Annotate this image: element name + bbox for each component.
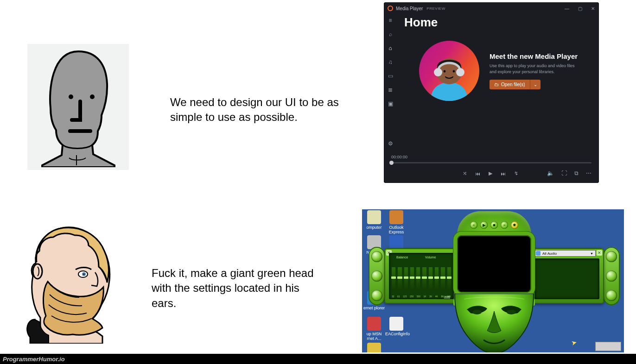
close-button[interactable]: ✕ [591, 6, 595, 11]
search-icon[interactable]: ⌕ [387, 31, 394, 38]
hero-text: Meet the new Media Player Use this app t… [490, 52, 578, 89]
speaker-left [369, 247, 385, 305]
next-icon[interactable]: ⏭ [501, 171, 506, 176]
player-controls: 00:00:00 ⤨ ⏮ ▶ ⏭ ↯ 🔈 ⛶ ⧉ ⋯ [384, 151, 599, 183]
open-file-button[interactable]: 🗀Open file(s) ⌄ [490, 80, 541, 89]
npc-wojak-image [27, 44, 129, 170]
app-icon [388, 6, 393, 11]
volume-icon[interactable]: 🔈 [547, 170, 554, 176]
equalizer-panel: ✕ Balance Volume 3261 125250 5001K 2K4K … [384, 248, 458, 304]
menu-icon[interactable]: ≡ [387, 17, 394, 24]
seek-bar[interactable] [391, 162, 591, 163]
caption-top: We need to design our UI to be as simple… [170, 95, 356, 125]
hero: Meet the new Media Player Use this app t… [419, 41, 591, 101]
svg-point-7 [434, 68, 442, 76]
stop-button[interactable]: ■ [490, 221, 498, 229]
playlist-filter-dropdown[interactable]: All Audio ▼ [534, 250, 596, 257]
media-player-window: Media Player PREVIEW — ▢ ✕ ≡ ⌕ ⌂ ♫ ▭ ≣ ▣… [384, 2, 599, 183]
repeat-icon[interactable]: ↯ [514, 170, 518, 176]
hero-subtitle: Use this app to play your audio and vide… [490, 63, 578, 75]
desktop-icon[interactable]: EAConfigInfo [385, 317, 407, 336]
maximize-button[interactable]: ▢ [578, 6, 582, 11]
green-head-player: omputer Outlook Express Network Windows … [362, 209, 624, 352]
mouse-cursor: ➤ [571, 339, 578, 347]
prev-icon[interactable]: ⏮ [475, 171, 480, 176]
eq-reset[interactable]: reset [444, 295, 450, 298]
chad-svg [19, 220, 137, 344]
svg-point-0 [69, 94, 73, 99]
audio-icon [536, 251, 541, 256]
video-icon[interactable]: ▭ [387, 73, 394, 79]
chevron-down-icon: ▼ [590, 252, 593, 255]
hero-title: Meet the new Media Player [490, 52, 578, 60]
home-icon[interactable]: ⌂ [387, 45, 394, 51]
desktop-icon[interactable]: omputer [363, 210, 385, 230]
fullscreen-icon[interactable]: ⛶ [561, 170, 567, 176]
hero-avatar [419, 41, 479, 101]
desktop-icon[interactable]: nline [363, 343, 385, 352]
taskbar-button[interactable] [595, 342, 621, 351]
desktop-icon[interactable]: Outlook Express [385, 210, 407, 234]
timecode: 00:00:00 [391, 155, 407, 159]
vis-button[interactable]: ✹ [511, 221, 518, 229]
settings-icon[interactable]: ⚙ [387, 140, 394, 147]
forward-button[interactable]: » [501, 221, 508, 229]
playlist-panel: All Audio ▼ ✕ [530, 248, 604, 304]
page-title: Home [404, 15, 591, 30]
minimize-button[interactable]: — [565, 6, 569, 11]
desktop-icon[interactable]: up MSN rnet A... [363, 317, 385, 341]
play-button[interactable]: ▶ [489, 170, 492, 176]
green-face [453, 294, 535, 352]
sidebar: ≡ ⌕ ⌂ ♫ ▭ ≣ ▣ ⚙ [384, 14, 397, 151]
svg-point-1 [90, 94, 95, 99]
playlist-area[interactable] [534, 258, 599, 299]
folder-icon: 🗀 [494, 82, 499, 87]
app-title: Media Player [396, 6, 423, 11]
npc-wojak-svg [32, 47, 125, 167]
chad-image [19, 220, 137, 344]
music-icon[interactable]: ♫ [387, 59, 394, 65]
shuffle-icon[interactable]: ⤨ [463, 170, 467, 176]
shield-icon[interactable]: ▣ [387, 100, 394, 107]
playlist-close-icon[interactable]: ✕ [597, 250, 602, 256]
preview-badge: PREVIEW [426, 6, 445, 11]
svg-point-10 [453, 70, 455, 73]
miniplayer-icon[interactable]: ⧉ [574, 170, 579, 176]
titlebar: Media Player PREVIEW — ▢ ✕ [384, 2, 599, 14]
volume-label: Volume [425, 256, 436, 259]
svg-point-8 [456, 68, 464, 76]
balance-label: Balance [396, 256, 408, 259]
caption-bottom: Fuck it, make a giant green head with th… [152, 266, 323, 311]
video-screen[interactable] [453, 232, 535, 296]
play-button[interactable]: ▶ [480, 221, 488, 229]
speaker-right [603, 247, 620, 305]
rewind-button[interactable]: « [470, 221, 477, 229]
eq-band-labels: 3261 125250 5001K 2K4K 8K16K [392, 295, 451, 298]
svg-point-9 [444, 70, 446, 73]
svg-point-11 [472, 310, 482, 314]
svg-point-5 [33, 264, 42, 279]
open-file-dropdown[interactable]: ⌄ [530, 80, 541, 89]
more-icon[interactable]: ⋯ [586, 170, 591, 176]
svg-point-12 [507, 310, 516, 314]
svg-point-4 [83, 273, 84, 275]
watermark: ProgrammerHumor.io [0, 354, 636, 364]
queue-icon[interactable]: ≣ [387, 87, 394, 93]
window-controls: — ▢ ✕ [565, 6, 595, 11]
eq-sliders[interactable] [392, 261, 451, 291]
